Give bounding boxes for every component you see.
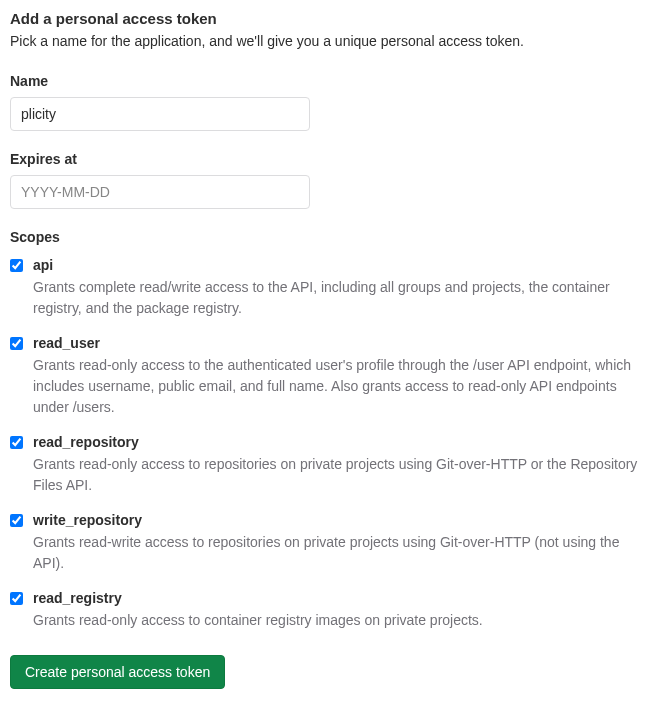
scope-name-read-user: read_user: [33, 335, 645, 351]
create-token-button[interactable]: Create personal access token: [10, 655, 225, 689]
scope-checkbox-write-repository[interactable]: [10, 514, 23, 527]
scope-description-write-repository: Grants read-write access to repositories…: [33, 532, 645, 574]
scope-checkbox-read-registry[interactable]: [10, 592, 23, 605]
name-label: Name: [10, 73, 645, 89]
scope-checkbox-api[interactable]: [10, 259, 23, 272]
page-heading: Add a personal access token: [10, 10, 645, 27]
scope-item-read-repository: read_repository Grants read-only access …: [10, 434, 645, 496]
scope-item-read-user: read_user Grants read-only access to the…: [10, 335, 645, 418]
scope-item-api: api Grants complete read/write access to…: [10, 257, 645, 319]
scope-name-api: api: [33, 257, 645, 273]
scope-description-read-repository: Grants read-only access to repositories …: [33, 454, 645, 496]
scope-description-read-registry: Grants read-only access to container reg…: [33, 610, 645, 631]
scope-item-write-repository: write_repository Grants read-write acces…: [10, 512, 645, 574]
scope-item-read-registry: read_registry Grants read-only access to…: [10, 590, 645, 631]
scope-checkbox-read-repository[interactable]: [10, 436, 23, 449]
name-input[interactable]: [10, 97, 310, 131]
scope-name-read-registry: read_registry: [33, 590, 645, 606]
scope-description-api: Grants complete read/write access to the…: [33, 277, 645, 319]
expires-input[interactable]: [10, 175, 310, 209]
scope-description-read-user: Grants read-only access to the authentic…: [33, 355, 645, 418]
expires-label: Expires at: [10, 151, 645, 167]
scope-checkbox-read-user[interactable]: [10, 337, 23, 350]
scopes-label: Scopes: [10, 229, 645, 245]
scope-name-write-repository: write_repository: [33, 512, 645, 528]
page-subheading: Pick a name for the application, and we'…: [10, 33, 645, 49]
scope-name-read-repository: read_repository: [33, 434, 645, 450]
